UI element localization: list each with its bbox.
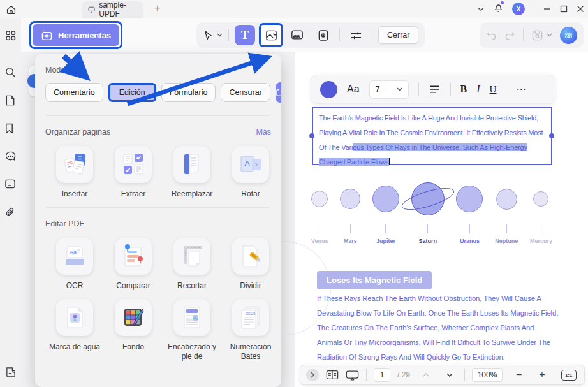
new-tab-button[interactable]: + [151, 2, 164, 15]
mode-formulario-button[interactable]: Formulario [161, 83, 216, 102]
reading-mode-icon[interactable] [326, 370, 339, 380]
save-chevron-icon[interactable] [547, 33, 552, 37]
page-navigation-toolbar: 1 / 29 100% − + 1:1 [300, 365, 585, 385]
tool-ocr[interactable]: Aa OCR [45, 238, 104, 291]
select-tool[interactable] [203, 30, 223, 41]
mercury-circle [533, 191, 548, 207]
tool-numeracion-bates[interactable]: 000123 Numeración Bates [221, 299, 280, 361]
presentation-mode-icon[interactable] [346, 370, 359, 381]
select-tool-chevron-icon[interactable] [217, 33, 223, 37]
mode-comentario-button[interactable]: Comentario [45, 83, 103, 102]
font-size-dropdown[interactable]: 7 [369, 80, 409, 99]
section-heading-badge: Loses Its Magnetic Field [317, 271, 432, 289]
maximize-button[interactable] [560, 5, 568, 13]
redo-button[interactable] [504, 31, 515, 40]
tools-group: T Cerrar [196, 22, 425, 48]
home-icon[interactable] [4, 3, 17, 16]
comparar-icon [119, 242, 147, 270]
text-cursor [389, 158, 391, 165]
comments-icon[interactable] [4, 150, 17, 163]
search-icon[interactable] [4, 66, 17, 79]
close-button[interactable] [577, 5, 584, 13]
tool-encabezado[interactable]: Encabezado y pie de [163, 299, 221, 361]
mode-censurar-button[interactable]: Censurar [221, 83, 270, 102]
bookmark-icon[interactable] [4, 122, 17, 135]
notes-icon[interactable] [4, 179, 17, 191]
tool-reemplazar[interactable]: Reemplazar [163, 146, 221, 199]
tab-title: sample-UPDF [99, 1, 137, 18]
user-avatar[interactable]: X [512, 3, 525, 15]
sidebar-divider [4, 54, 16, 54]
more-tools-grid: Marca de agua Fondo Encabezado y pie de [45, 299, 271, 361]
ocr-icon: Aa [61, 242, 89, 270]
font-family-button[interactable]: Aa [347, 84, 360, 95]
previous-page-button[interactable] [422, 372, 430, 377]
tool-insertar[interactable]: Insertar [45, 146, 104, 199]
stamp-location-tool[interactable] [313, 25, 334, 45]
page-number-input[interactable]: 1 [374, 368, 390, 382]
herramientas-button[interactable]: Herramientas [33, 24, 119, 46]
apps-grid-icon[interactable] [4, 29, 17, 42]
neptune-circle [496, 189, 517, 210]
textbox-left-handle[interactable] [309, 133, 314, 138]
minimize-button[interactable] [543, 5, 551, 13]
tool-recortar[interactable]: Recortar [163, 238, 221, 291]
zoom-level[interactable]: 100% [472, 368, 503, 382]
open-external-button[interactable] [276, 82, 281, 103]
actual-size-button[interactable]: 1:1 [561, 370, 577, 381]
bold-button[interactable]: B [460, 84, 467, 95]
tool-marca-de-agua[interactable]: Marca de agua [45, 299, 104, 361]
planet-label: Venus [311, 238, 328, 244]
planet-label: Uranus [460, 238, 480, 244]
tool-fondo[interactable]: Fondo [104, 299, 163, 361]
font-size-chevron-icon [397, 87, 402, 91]
signature-stamp-icon[interactable] [4, 366, 17, 379]
planet-neptune: Neptune [495, 179, 518, 244]
zoom-in-button[interactable]: + [539, 369, 545, 381]
tool-dividir[interactable]: Dividir [221, 238, 280, 291]
planet-mars: Mars [340, 179, 360, 244]
more-format-options-button[interactable]: ⋯ [516, 84, 526, 95]
cerrar-button[interactable]: Cerrar [378, 26, 418, 44]
botbar-separator [464, 369, 465, 381]
tool-rotar[interactable]: A › Rotar [221, 146, 280, 199]
page-thumbnails-icon[interactable] [4, 94, 17, 107]
text-color-swatch[interactable] [320, 81, 337, 98]
planets-diagram: Venus Mars Jupiter Saturn Uranus Neptune… [311, 179, 552, 244]
tool-comparar[interactable]: Comparar [104, 238, 163, 291]
toolbar-separator [523, 29, 524, 41]
toolbox-icon [41, 30, 53, 41]
toolbar-separator [372, 29, 372, 41]
mode-edicion-button-selected[interactable]: Edición [108, 83, 156, 102]
zoom-out-button[interactable]: − [516, 369, 522, 381]
planet-label: Mercury [530, 238, 552, 244]
insertar-icon [61, 150, 89, 179]
attachment-icon[interactable] [4, 207, 17, 219]
mas-link[interactable]: Más [256, 128, 271, 136]
textbox-right-handle[interactable] [549, 133, 554, 138]
link-tool[interactable] [287, 25, 307, 45]
image-tool-highlighted[interactable] [261, 25, 281, 45]
organizar-grid: Insertar Extraer Reemplazar A [45, 146, 271, 199]
editable-text-box[interactable]: The Earth's Magnetic Field Is Like A Hug… [312, 107, 552, 165]
italic-button[interactable]: I [476, 84, 480, 95]
document-tab[interactable]: sample-UPDF [82, 1, 143, 18]
tab-document-icon [88, 6, 95, 13]
text-tool-active[interactable]: T [235, 25, 255, 45]
titlebar-separator [534, 4, 534, 13]
body-paragraph: If These Rays Reach The Earth Without Ob… [317, 291, 561, 365]
tool-extraer[interactable]: Extraer [104, 146, 163, 199]
align-button[interactable] [429, 85, 441, 94]
titlebar-chevron-down-icon[interactable] [477, 6, 485, 11]
saturn-ring [399, 184, 456, 214]
tools-button-highlight: Herramientas [29, 21, 122, 49]
undo-button[interactable] [486, 31, 497, 40]
notification-bell-icon[interactable] [494, 3, 503, 15]
history-group [480, 22, 584, 48]
ai-assistant-button[interactable] [560, 27, 577, 44]
properties-sliders-icon[interactable] [346, 25, 366, 45]
save-button[interactable] [531, 29, 543, 41]
expand-toolbar-button[interactable] [306, 369, 319, 381]
underline-button[interactable]: U [490, 84, 497, 95]
next-page-button[interactable] [446, 372, 453, 377]
